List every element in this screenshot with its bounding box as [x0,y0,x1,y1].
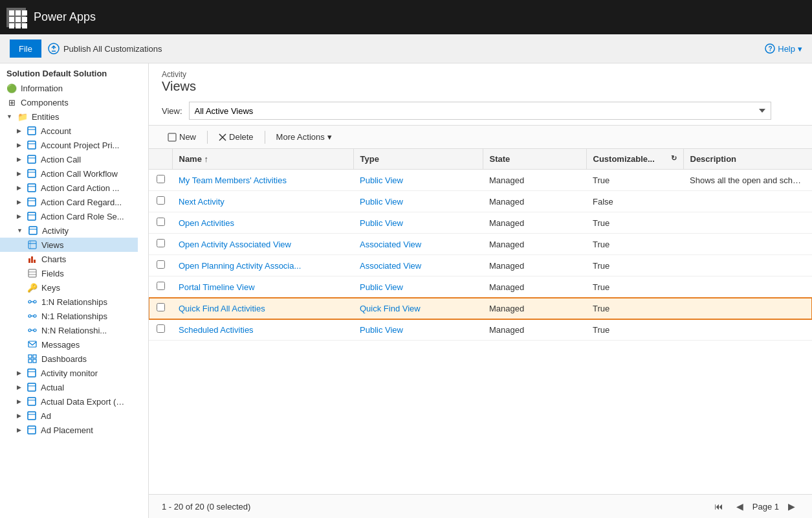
sidebar-item-actual-data-export[interactable]: ▶ Actual Data Export (… [0,394,138,409]
next-page-button[interactable]: ▶ [784,500,799,513]
sidebar-item-information[interactable]: 🟢 Information [0,81,138,95]
row-checkbox[interactable] [157,303,165,311]
row-checkbox[interactable] [157,218,165,226]
sidebar-item-action-card-regard[interactable]: ▶ Action Card Regard... [0,195,138,209]
sidebar-item-activity-monitor[interactable]: ▶ Activity monitor [0,366,138,380]
sidebar-item-charts[interactable]: Charts [0,252,138,266]
row-name[interactable]: My Team Members' Activities [172,170,353,191]
sidebar-item-action-card-role[interactable]: ▶ Action Card Role Se... [0,209,138,223]
row-checkbox-cell[interactable] [149,255,172,276]
svg-rect-39 [33,355,36,358]
row-checkbox-cell[interactable] [149,319,172,341]
row-customizable: True [586,298,683,319]
sidebar-item-action-card-action[interactable]: ▶ Action Card Action ... [0,181,138,195]
row-checkbox-cell[interactable] [149,212,172,234]
entities-expand-arrow: ▼ [6,113,12,120]
row-state: Managed [483,255,586,276]
ad-icon [27,411,37,421]
sidebar-item-action-call[interactable]: ▶ Action Call [0,152,138,166]
row-customizable: True [586,234,683,255]
sidebar-item-fields[interactable]: Fields [0,266,138,280]
row-checkbox-cell[interactable] [149,276,172,298]
table-container[interactable]: Name ↑ Type State Customizable... ↻ Desc… [149,149,812,494]
action-card-role-icon [27,211,37,221]
sidebar-item-views[interactable]: Views [0,238,138,252]
account-expand-arrow: ▶ [17,128,21,134]
entities-icon: 📁 [17,111,28,122]
view-dropdown[interactable]: All Active Views All Views Public Views … [189,102,771,120]
help-button[interactable]: ? Help ▾ [765,43,802,54]
row-type: Associated View [353,234,483,255]
activity-monitor-expand-arrow: ▶ [17,370,21,376]
th-description[interactable]: Description [683,149,812,170]
sidebar-item-components[interactable]: ⊞ Components [0,95,138,109]
top-bar: Power Apps [0,0,812,34]
sidebar-item-nn-rel[interactable]: N:N Relationshi... [0,323,138,337]
sub-header: File Publish All Customizations ? Help ▾ [0,34,812,63]
table-row[interactable]: Portal Timeline ViewPublic ViewManagedTr… [149,276,812,298]
refresh-icon[interactable]: ↻ [671,154,677,163]
table-row[interactable]: Open Planning Activity Associa...Associa… [149,255,812,276]
row-name[interactable]: Quick Find All Activities [172,298,353,319]
table-header-row: Name ↑ Type State Customizable... ↻ Desc… [149,149,812,170]
row-checkbox[interactable] [157,324,165,333]
row-checkbox-cell[interactable] [149,170,172,191]
action-card-regard-icon [27,197,37,207]
sidebar-item-actual[interactable]: ▶ Actual [0,380,138,394]
row-name[interactable]: Scheduled Activities [172,319,353,341]
table-row[interactable]: Scheduled ActivitiesPublic ViewManagedTr… [149,319,812,341]
svg-rect-9 [28,170,36,177]
table-row[interactable]: Next ActivityPublic ViewManagedFalse [149,191,812,212]
delete-button[interactable]: Delete [213,130,259,144]
file-button[interactable]: File [10,39,41,58]
row-checkbox-cell[interactable] [149,234,172,255]
row-checkbox[interactable] [157,175,165,183]
row-checkbox[interactable] [157,239,165,247]
sidebar-item-keys[interactable]: 🔑 Keys [0,280,138,295]
sidebar-item-action-call-workflow[interactable]: ▶ Action Call Workflow [0,166,138,181]
action-call-icon [27,154,37,164]
row-checkbox[interactable] [157,282,165,290]
sidebar-item-ad[interactable]: ▶ Ad [0,409,138,423]
activity-icon [28,225,38,236]
sidebar-item-n1-rel[interactable]: N:1 Relationships [0,309,138,323]
table-row[interactable]: Open ActivitiesPublic ViewManagedTrue [149,212,812,234]
row-checkbox-cell[interactable] [149,298,172,319]
th-name[interactable]: Name ↑ [172,149,353,170]
breadcrumb-title: Views [162,79,799,94]
action-toolbar: New Delete More Actions ▾ [149,126,812,149]
1n-rel-icon [27,297,38,307]
svg-point-35 [34,329,36,332]
publish-button[interactable]: Publish All Customizations [48,43,162,54]
sidebar-item-activity[interactable]: ▼ Activity [0,223,138,238]
row-name[interactable]: Portal Timeline View [172,276,353,298]
table-row[interactable]: Open Activity Associated ViewAssociated … [149,234,812,255]
sidebar-item-account-project[interactable]: ▶ Account Project Pri... [0,138,138,152]
prev-page-button[interactable]: ◀ [732,500,747,513]
row-checkbox-cell[interactable] [149,191,172,212]
row-name[interactable]: Open Planning Activity Associa... [172,255,353,276]
row-name[interactable]: Open Activities [172,212,353,234]
row-checkbox[interactable] [157,196,165,205]
row-name[interactable]: Open Activity Associated View [172,234,353,255]
more-actions-button[interactable]: More Actions ▾ [270,130,338,144]
row-description [683,212,812,234]
waffle-button[interactable] [6,8,26,27]
table-row[interactable]: Quick Find All ActivitiesQuick Find View… [149,298,812,319]
th-customizable[interactable]: Customizable... ↻ [586,149,683,170]
row-name[interactable]: Next Activity [172,191,353,212]
svg-point-29 [34,300,36,303]
svg-rect-48 [28,412,36,420]
sidebar-item-messages[interactable]: Messages [0,337,138,352]
sidebar-item-dashboards[interactable]: Dashboards [0,352,138,366]
sidebar-item-account[interactable]: ▶ Account [0,124,138,138]
first-page-button[interactable]: ⏮ [710,500,727,513]
sidebar-item-entities[interactable]: ▼ 📁 Entities [0,109,138,124]
sidebar-item-1n-rel[interactable]: 1:N Relationships [0,295,138,309]
new-button[interactable]: New [162,130,202,144]
sidebar-item-ad-placement[interactable]: ▶ Ad Placement [0,423,138,437]
table-row[interactable]: My Team Members' ActivitiesPublic ViewMa… [149,170,812,191]
row-checkbox[interactable] [157,260,165,269]
th-type[interactable]: Type [353,149,483,170]
th-state[interactable]: State [483,149,586,170]
